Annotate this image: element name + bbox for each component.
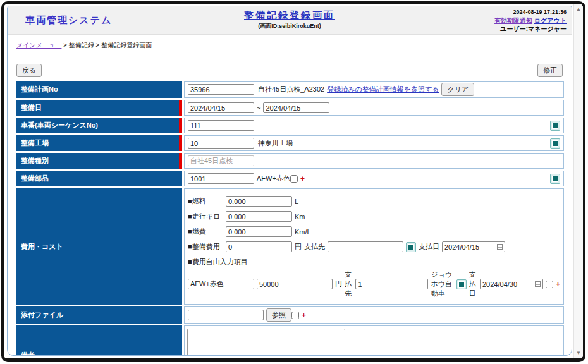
- row-attachment: 添付ファイル 参照 +: [16, 306, 564, 324]
- row-note: 備考: [16, 325, 564, 356]
- fuel-input[interactable]: [226, 196, 292, 207]
- maint-payee-label: 支払先: [304, 242, 325, 252]
- maintenance-date-label: 整備日: [16, 100, 182, 116]
- free-paydate-input[interactable]: [480, 279, 543, 289]
- kmpl-unit: Km/L: [295, 228, 311, 236]
- back-button[interactable]: 戻る: [16, 64, 42, 77]
- scroll-up-icon[interactable]: ▲: [574, 6, 583, 12]
- plan-desc: 自社45日点検_A2302: [258, 85, 324, 94]
- date-tilde: ~: [257, 104, 260, 112]
- note-label: 備考: [16, 325, 182, 356]
- row-cost: 費用・コスト ■燃料 L ■走行キロ Km ■燃費: [16, 188, 564, 305]
- free-amount-input[interactable]: [257, 279, 333, 289]
- row-factory: 整備工場 神奈川工場: [16, 135, 564, 151]
- factory-name: 神奈川工場: [258, 138, 293, 148]
- parts-add-checkbox[interactable]: [290, 175, 298, 183]
- note-textarea[interactable]: [187, 329, 345, 356]
- attachment-add-checkbox[interactable]: [291, 312, 299, 319]
- breadcrumb-rest: > 整備記録 > 整備記録登録画面: [61, 42, 152, 49]
- parts-name: AFW+赤色: [257, 174, 290, 183]
- parts-label: 整備部品: [16, 171, 182, 186]
- free-calendar-icon[interactable]: [535, 281, 541, 287]
- plan-ref-link[interactable]: 登録済みの整備計画情報を参照する: [327, 85, 439, 94]
- parts-add-plus: +: [300, 174, 305, 183]
- cost-fuel-line: ■燃料 L: [188, 196, 560, 207]
- screen-title-link[interactable]: 整備記録登録画面: [244, 9, 335, 20]
- vehicle-picker-icon[interactable]: [550, 121, 560, 131]
- maint-payee-picker-icon[interactable]: [406, 242, 416, 252]
- cost-maint-line: ■整備費用 円 支払先 支払日: [188, 241, 560, 252]
- maint-paydate-label: 支払日: [419, 242, 439, 252]
- header: 車両管理システム 整備記録登録画面 (画面ID:seibiKirokuEnt) …: [8, 6, 572, 35]
- factory-label: 整備工場: [16, 135, 182, 151]
- row-vehicle-no: 車番(車両シーケンスNo): [16, 118, 564, 133]
- parts-picker-icon[interactable]: [550, 174, 560, 184]
- free-add-checkbox[interactable]: [546, 281, 553, 288]
- user-label: ユーザー:マネージャー: [494, 25, 567, 33]
- maintenance-form: 整備計画No 自社45日点検_A2302 登録済みの整備計画情報を参照する クリ…: [16, 81, 564, 356]
- plan-no-input[interactable]: [188, 84, 254, 95]
- row-plan-no: 整備計画No 自社45日点検_A2302 登録済みの整備計画情報を参照する クリ…: [16, 81, 564, 98]
- row-maintenance-date: 整備日 ~: [16, 100, 564, 116]
- date-from-input[interactable]: [188, 102, 254, 113]
- free-payee-label: 支払先: [345, 270, 353, 298]
- cost-free-line: 円 支払先 ジョウホウ自動車 支払日 +: [188, 270, 560, 298]
- maintenance-type-input: [188, 155, 254, 166]
- fuel-unit: L: [295, 198, 298, 205]
- cost-kmpl-line: ■燃費 Km/L: [188, 226, 560, 237]
- free-payee-input[interactable]: [355, 279, 428, 289]
- scrollbar[interactable]: ▲ ▼: [573, 4, 583, 358]
- maint-cost-unit: 円: [295, 242, 302, 252]
- cost-km-line: ■走行キロ Km: [188, 211, 560, 222]
- clear-button[interactable]: クリア: [441, 83, 474, 96]
- free-name-input[interactable]: [188, 279, 254, 289]
- free-paydate-label: 支払日: [469, 270, 477, 298]
- plan-no-label: 整備計画No: [16, 81, 182, 98]
- maint-calendar-icon[interactable]: [497, 244, 503, 250]
- maint-cost-label: ■整備費用: [188, 242, 223, 252]
- browser-window: ▲ ▼ 車両管理システム 整備記録登録画面 (画面ID:seibiKirokuE…: [1, 1, 585, 362]
- factory-picker-icon[interactable]: [550, 138, 560, 149]
- maint-cost-input[interactable]: [226, 241, 292, 252]
- vehicle-no-label: 車番(車両シーケンスNo): [16, 118, 182, 133]
- header-datetime: 2024-08-19 17:21:36: [494, 8, 567, 16]
- factory-code-input[interactable]: [188, 138, 254, 149]
- free-payee-name: ジョウホウ自動車: [431, 270, 453, 298]
- maint-paydate-input[interactable]: [442, 241, 505, 252]
- attachment-label: 添付ファイル: [16, 306, 182, 324]
- page-container: 車両管理システム 整備記録登録画面 (画面ID:seibiKirokuEnt) …: [7, 6, 572, 356]
- vehicle-no-input[interactable]: [188, 120, 254, 131]
- row-maintenance-type: 整備種別: [16, 153, 564, 169]
- maint-payee-input[interactable]: [328, 241, 403, 252]
- parts-code-input[interactable]: [188, 173, 254, 184]
- kmpl-label: ■燃費: [188, 227, 223, 236]
- breadcrumb-main-menu-link[interactable]: メインメニュー: [16, 42, 61, 49]
- attachment-input[interactable]: [188, 310, 264, 320]
- km-label: ■走行キロ: [188, 212, 223, 221]
- free-add-plus: +: [556, 280, 560, 289]
- logout-link[interactable]: ログアウト: [534, 17, 567, 24]
- breadcrumb: メインメニュー > 整備記録 > 整備記録登録画面: [16, 41, 572, 50]
- browse-button[interactable]: 参照: [266, 308, 291, 322]
- kmpl-input[interactable]: [226, 226, 292, 237]
- free-unit: 円: [335, 279, 342, 289]
- free-payee-picker-icon[interactable]: [456, 279, 467, 289]
- scroll-down-icon[interactable]: ▼: [574, 350, 583, 356]
- cost-label: 費用・コスト: [16, 188, 182, 305]
- screen-id: (画面ID:seibiKirokuEnt): [8, 22, 572, 30]
- attachment-add-plus: +: [302, 311, 306, 320]
- date-to-input[interactable]: [263, 102, 329, 113]
- maintenance-type-label: 整備種別: [16, 153, 182, 169]
- fuel-label: ■燃料: [188, 197, 223, 206]
- row-parts: 整備部品 AFW+赤色 +: [16, 171, 564, 186]
- modify-button[interactable]: 修正: [537, 64, 563, 77]
- free-entry-header: ■費用自由入力項目: [188, 257, 560, 267]
- km-input[interactable]: [226, 211, 292, 222]
- km-unit: Km: [295, 213, 305, 221]
- expiry-notice-link[interactable]: 有効期限通知: [494, 17, 532, 24]
